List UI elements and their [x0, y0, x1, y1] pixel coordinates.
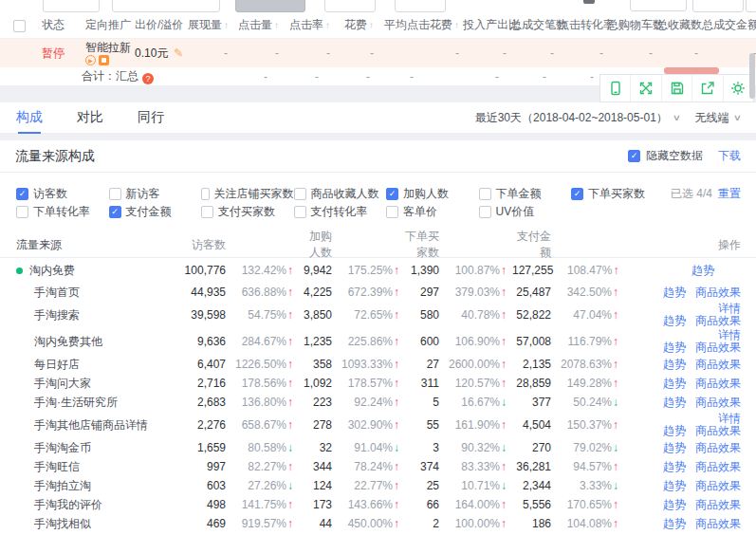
top-filter-select[interactable] [630, 0, 687, 11]
metric-checkbox[interactable] [479, 188, 491, 200]
share-button[interactable] [691, 75, 722, 101]
campaign-col-header[interactable]: 点击率↑ [283, 17, 334, 33]
tab-peers[interactable]: 同行 [138, 102, 164, 134]
play-circle-icon[interactable]: ▶ [85, 55, 96, 65]
traffic-source-name[interactable]: 手淘找相似 [0, 516, 180, 532]
reset-link[interactable]: 重置 [718, 187, 741, 200]
traffic-source-name[interactable]: 每日好店 [0, 357, 180, 373]
traffic-source-name[interactable]: 手淘首页 [0, 285, 180, 301]
help-icon[interactable]: ? [142, 73, 154, 84]
action-link[interactable]: 趋势 [663, 358, 686, 371]
traffic-source-name[interactable]: 手淘其他店铺商品详情 [0, 417, 180, 434]
action-link[interactable]: 商品效果 [695, 460, 741, 473]
action-link[interactable]: 趋势 [663, 396, 686, 409]
traffic-source-name[interactable]: 手淘拍立淘 [0, 478, 180, 494]
traffic-source-name[interactable]: 手淘·生活研究所 [0, 395, 180, 411]
action-link[interactable]: 商品效果 [695, 441, 741, 454]
action-link[interactable]: 商品效果 [695, 396, 741, 409]
download-link[interactable]: 下载 [718, 148, 741, 164]
metric-checkbox[interactable] [109, 188, 121, 200]
metric-checkbox[interactable] [294, 188, 306, 200]
campaign-col-header[interactable]: 平均点击花费↑ [378, 17, 463, 33]
action-link[interactable]: 趋势 [663, 441, 686, 454]
traffic-col-header[interactable]: 加购人数 [299, 229, 405, 261]
action-link[interactable]: 趋势 [663, 517, 686, 530]
campaign-col-header[interactable]: 总成交笔数↑ [510, 17, 558, 33]
action-link[interactable]: 详情 [718, 302, 741, 315]
traffic-col-source[interactable]: 流量来源 [0, 237, 180, 253]
metric-cell: 3,85072.65%↑ [299, 308, 405, 322]
traffic-col-header[interactable]: 访客数 [180, 237, 299, 253]
metric-checkbox[interactable]: ✓ [386, 188, 398, 200]
action-link[interactable]: 商品效果 [695, 341, 741, 354]
traffic-source-name[interactable]: 手淘问大家 [0, 376, 180, 392]
metric-checkbox[interactable] [16, 206, 28, 218]
metric-checkbox[interactable]: ✓ [109, 206, 121, 218]
top-action-button-1[interactable] [43, 0, 100, 12]
top-action-button-5[interactable] [395, 0, 446, 12]
action-link[interactable]: 趋势 [663, 286, 686, 299]
vertical-scrollbar[interactable] [749, 53, 755, 99]
select-all-checkbox[interactable] [13, 20, 26, 32]
action-link[interactable]: 趋势 [663, 479, 686, 492]
action-link[interactable]: 详情 [718, 412, 741, 425]
action-link[interactable]: 趋势 [663, 314, 686, 327]
metric-checkbox[interactable] [201, 188, 210, 200]
action-link[interactable]: 趋势 [663, 377, 686, 390]
action-link[interactable]: 趋势 [663, 460, 686, 473]
action-link[interactable]: 商品效果 [695, 498, 741, 511]
traffic-source-name[interactable]: 手淘旺信 [0, 459, 180, 475]
top-more-data-button[interactable] [692, 0, 744, 12]
campaign-col-header[interactable]: 总成交金额↑ [702, 17, 756, 33]
campaign-row[interactable]: 暂停智能拉新▶0.10元✎----------- [0, 39, 756, 67]
traffic-col-header[interactable]: 下单买家数 [405, 229, 512, 261]
traffic-source-name[interactable]: 手淘搜索 [0, 307, 180, 323]
action-link[interactable]: 趋势 [663, 341, 686, 354]
action-link[interactable]: 商品效果 [695, 517, 741, 530]
traffic-source-name[interactable]: 手淘我的评价 [0, 497, 180, 513]
action-link[interactable]: 商品效果 [695, 358, 741, 371]
action-link[interactable]: 详情 [718, 328, 741, 341]
action-link[interactable]: 商品效果 [695, 286, 741, 299]
tab-compare[interactable]: 对比 [77, 102, 103, 134]
action-link[interactable]: 商品效果 [695, 479, 741, 492]
campaign-col-header[interactable]: 点击转化率↑ [558, 17, 607, 33]
campaign-col-header[interactable]: 点击量↑ [231, 17, 283, 33]
metric-checkbox[interactable]: ✓ [16, 188, 28, 200]
metric-checkbox[interactable] [201, 206, 213, 218]
save-button[interactable] [661, 75, 691, 101]
campaign-name[interactable]: 智能拉新▶ [85, 42, 135, 65]
traffic-source-name[interactable]: 手淘淘金币 [0, 440, 180, 456]
terminal-selector[interactable]: 无线端 [694, 110, 728, 126]
action-link[interactable]: 趋势 [691, 264, 714, 277]
metric-checkbox[interactable] [294, 206, 306, 218]
metric-checkbox[interactable] [479, 206, 491, 218]
metric-checkbox[interactable]: ✓ [571, 188, 583, 200]
campaign-col-header[interactable]: 展现量↑ [188, 17, 231, 33]
metric-value: 344 [299, 460, 332, 473]
top-mini-dropdown[interactable] [746, 0, 756, 12]
metric-checkbox[interactable] [386, 206, 398, 218]
action-link[interactable]: 商品效果 [695, 424, 741, 437]
action-link[interactable]: 商品效果 [695, 377, 741, 390]
mobile-preview-button[interactable] [600, 75, 630, 101]
tab-composition[interactable]: 构成 [16, 102, 43, 134]
action-link[interactable]: 商品效果 [695, 314, 741, 327]
traffic-source-name[interactable]: 淘内免费其他 [0, 334, 180, 350]
hide-empty-checkbox[interactable]: ✓ [628, 150, 640, 162]
edit-bid-icon[interactable]: ✎ [174, 46, 183, 60]
action-link[interactable]: 趋势 [663, 424, 686, 437]
traffic-col-header[interactable]: 支付金额 [512, 229, 624, 261]
action-link[interactable]: 趋势 [663, 498, 686, 511]
campaign-col-header[interactable]: 花费↑ [334, 17, 378, 33]
campaign-col-header[interactable]: 总收藏数↑ [656, 17, 702, 33]
top-action-button-2[interactable] [112, 0, 220, 12]
date-range-selector[interactable]: 最近30天（2018-04-02~2018-05-01） [475, 110, 668, 126]
campaign-col-header[interactable]: 投入产出比↑ [463, 17, 510, 33]
metric-percent: 149.28% [551, 377, 612, 390]
top-action-button-3[interactable] [235, 0, 305, 12]
campaign-col-header[interactable]: 总购物车数↑ [607, 17, 656, 33]
top-action-button-4[interactable] [324, 0, 376, 12]
fullscreen-button[interactable] [630, 75, 660, 101]
traffic-source-name[interactable]: 淘内免费 [0, 263, 180, 279]
